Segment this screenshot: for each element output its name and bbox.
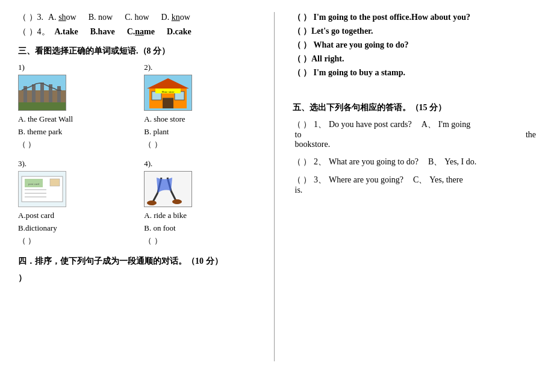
pic-item-4: 4). [144,159,261,247]
pic-4-num: 4). [144,159,152,169]
pic-3-choice-a: A.post card [18,210,57,222]
dialogue-line-1: （ ） I'm going to the post office.How abo… [293,12,537,23]
q3-choice-b: B. now [89,13,113,22]
match-3-answer-label: C、 [406,175,427,185]
pic-1-choices: A. the Great Wall B. theme park （ ） [18,113,73,151]
svg-point-28 [147,201,157,205]
q4-paren: （ ）4。 [18,26,50,37]
q4-choice-d: D.cake [167,27,191,37]
dialogue-line-5: （ ） I'm going to buy a stamp. [293,67,537,78]
pic-2-choice-b: B. plant [144,126,185,138]
match-3-answer: Yes, there [429,175,462,185]
pic-1-image [18,75,66,111]
match-2-num: 2、 [314,157,326,167]
match-3-num: 3、 [314,175,326,185]
dialogue-line-3: （ ） What are you going to do? [293,40,537,51]
section-3-title: 三、看图选择正确的单词或短语.（8 分） [18,46,262,57]
pic-4-choice-b: B. on foot [144,222,187,235]
question-4: （ ）4。 A.take B.have C.name D.cake [18,26,262,37]
match-2-answer-label: B、 [421,157,442,167]
svg-rect-11 [163,98,173,108]
vertical-divider [274,12,275,361]
question-3: （ ）3. A. show B. now C. how D. know [18,12,262,23]
match-item-3: （ ） 3、 Where are you going? C、 Yes, ther… [293,175,537,195]
pic-3-blank: （ ） [18,235,57,247]
pic-1-choice-a: A. the Great Wall [18,113,73,126]
match-2-answer: Yes, I do. [444,157,476,167]
pic-item-1: 1) [18,63,135,151]
pic-2-blank: （ ） [144,138,185,151]
q3-choice-d: D. know [161,13,190,22]
q4-choice-a: A.take [55,27,78,37]
pic-1-blank: （ ） [18,138,73,151]
pic-4-image [144,171,192,207]
match-1-answer-label: A、 [414,119,436,130]
left-column: （ ）3. A. show B. now C. how D. know （ ）4… [18,12,262,361]
match-item-2: （ ） 2、 What are you going to do? B、 Yes,… [293,157,537,167]
q3-choice-c: C. how [125,13,149,22]
dialogue-section: （ ） I'm going to the post office.How abo… [293,12,537,78]
q4-choice-b: B.have [90,27,115,37]
right-column: （ ） I'm going to the post office.How abo… [287,12,537,361]
pic-3-choice-b: B.dictionary [18,222,57,235]
match-3-answer-cont: is. [293,185,537,195]
pic-4-choices: A. ride a bike B. on foot （ ） [144,210,187,247]
pic-4-choice-a: A. ride a bike [144,210,187,222]
section-5: 五、选出下列各句相应的答语。（15 分） （ ） 1、 Do you have … [293,102,537,195]
dialogue-line-4: （ ）All right. [293,54,537,64]
match-1-answer-to: to [295,130,302,140]
match-1-answer: I'm going [438,120,470,129]
match-3-question: Where are you going? [329,175,403,185]
dialogue-line-2: （ ）Let's go together. [293,26,537,37]
section-5-title: 五、选出下列各句相应的答语。（15 分） [293,102,537,113]
match-item-1: （ ） 1、 Do you have post cards? A、 I'm go… [293,119,537,149]
svg-rect-4 [40,82,44,102]
pic-2-choices: A. shoe store B. plant （ ） [144,113,185,151]
section-4-bracket: ） [18,273,262,284]
match-1-num: 1、 [314,119,326,130]
match-2-paren: （ ） [293,157,312,167]
match-3-paren: （ ） [293,175,312,185]
svg-rect-6 [57,86,61,102]
pic-4-blank: （ ） [144,235,187,247]
section-4-title: 四．排序，使下列句子成为一段通顺的对话。（10 分） [18,256,262,267]
svg-point-31 [172,199,182,204]
pic-3-image: post card [18,171,66,207]
pic-3-num: 3). [18,159,26,169]
match-1-question: Do you have post cards? [329,120,412,129]
q3-choice-a: A. show [48,13,76,22]
pic-1-choice-b: B. theme park [18,126,73,138]
match-1-answer-last: bookstore. [293,140,537,149]
q4-choice-c: C.name [127,27,155,37]
svg-rect-3 [32,84,36,102]
section-3: 三、看图选择正确的单词或短语.（8 分） 1) [18,46,262,247]
q3-choices: A. show B. now C. how D. know [48,13,190,22]
pic-item-3: 3). [18,159,135,247]
pic-2-choice-a: A. shoe store [144,113,185,126]
pic-item-2: 2). [144,63,261,151]
svg-rect-7 [19,102,66,110]
match-2-question: What are you going to do? [329,157,419,167]
section-4: 四．排序，使下列句子成为一段通顺的对话。（10 分） ） [18,256,262,284]
match-1-answer-the: the [526,130,536,140]
q3-paren: （ ）3. [18,12,43,23]
svg-text:post card: post card [28,182,40,185]
svg-text:Shoe store: Shoe store [162,90,175,93]
match-1-paren: （ ） [293,119,312,130]
pic-2-image: Shoe store [144,75,192,111]
pic-grid: 1) [18,63,262,247]
page: （ ）3. A. show B. now C. how D. know （ ）4… [18,12,536,361]
pic-2-num: 2). [144,63,152,72]
svg-rect-19 [50,179,60,186]
pic-1-num: 1) [18,63,25,72]
pic-3-choices: A.post card B.dictionary （ ） [18,210,57,247]
q4-choices: A.take B.have C.name D.cake [55,27,191,37]
